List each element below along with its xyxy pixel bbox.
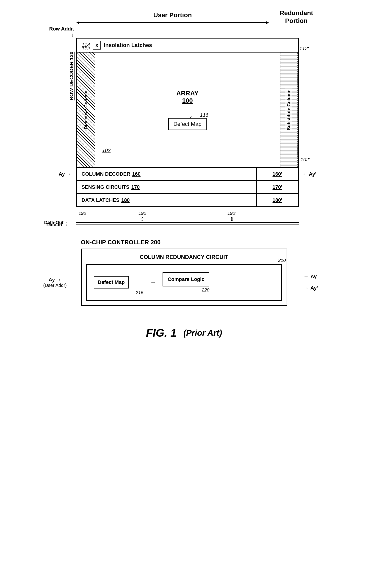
ay-out-arrow: →	[304, 274, 309, 280]
data-latches-row: DATA LATCHES 180	[77, 194, 256, 206]
defective-column: 112 Defective Column	[77, 53, 95, 167]
arrow-190prime: 190' ⇕	[228, 211, 236, 222]
ay-output-label: Ay	[311, 274, 317, 280]
data-latches-label: DATA LATCHES	[82, 197, 120, 203]
defect-map-curve-arrow: ↙	[189, 114, 192, 119]
array-number: 100	[182, 97, 193, 104]
defect-map-ref-216: 216	[136, 290, 143, 295]
user-addr-label: (User Addr)	[43, 283, 67, 288]
portions-header: User Portion Redundant Portion	[46, 9, 322, 25]
row-addr-row: Row Addr. ↓	[46, 26, 322, 38]
row-addr-arrow: ↓	[72, 32, 74, 38]
page-container: User Portion Redundant Portion Row Addr.…	[46, 9, 322, 339]
ay-input-row: Ay →	[49, 277, 61, 283]
left-labels: ROW DECODER 130 ↔	[46, 38, 76, 207]
main-block: ROW DECODER 130 ↔ 114 x Insolation Latch…	[46, 38, 322, 207]
output-section: → Ay → Ay'	[304, 274, 318, 291]
ay-prime-output-label: Ay'	[311, 285, 318, 291]
ref-192: 192	[79, 211, 86, 216]
column-decoder-label: COLUMN DECODER	[82, 171, 130, 177]
bottom-diagram: ON-CHIP CONTROLLER 200 COLUMN REDUNDANCY…	[46, 239, 322, 306]
data-in-line	[76, 224, 299, 225]
data-in-label: Data-In →	[46, 222, 68, 228]
defect-map-box: 116 ↙ Defect Map	[168, 118, 207, 130]
data-arrows-row: 192 190 ⇕ 190' ⇕	[76, 211, 299, 222]
ay-output-row: → Ay	[304, 274, 318, 280]
data-lines-content: 192 190 ⇕ 190' ⇕ Data-Ou	[76, 211, 299, 225]
col-112-ref: 112	[82, 46, 90, 52]
user-portion-label: User Portion	[153, 11, 192, 19]
substitute-column: 112' Substitute Column 102'	[280, 53, 298, 167]
sensing-circuits-label: SENSING CIRCUITS	[82, 184, 129, 190]
isolation-box-content: x	[95, 42, 98, 48]
controller-wrapper: ON-CHIP CONTROLLER 200 COLUMN REDUNDANCY…	[81, 239, 287, 306]
ay-prime-arrow-right: ← Ay'	[303, 171, 316, 177]
controller-outer: COLUMN REDUNDANCY CIRCUIT Ay → (User Add…	[81, 248, 287, 306]
defect-map-label: Defect Map	[173, 121, 202, 127]
array-title: ARRAY	[176, 90, 199, 97]
ay-user-addr-section: Ay → (User Addr)	[43, 277, 67, 288]
column-decoder-ref: 160	[132, 171, 140, 177]
ay-input-arrow: →	[56, 277, 61, 283]
ay-prime-out-arrow: →	[304, 285, 309, 291]
sensing-prime-row: 170'	[257, 181, 298, 194]
row-addr-label: Row Addr.	[49, 26, 74, 32]
defective-col-label: Defective Column	[83, 90, 89, 130]
row-decoder-label: ROW DECODER 130	[69, 52, 74, 101]
top-diagram: User Portion Redundant Portion Row Addr.…	[46, 9, 322, 225]
compare-logic-section: Compare Logic 220	[163, 272, 209, 293]
outer-box: 114 x Insolation Latches 112 Defective	[76, 38, 299, 207]
ay-arrow-left: Ay →	[59, 171, 71, 177]
redundant-portion-label: Redundant Portion	[271, 9, 322, 25]
right-spacer	[299, 38, 322, 207]
column-decoder-row: Ay → COLUMN DECODER 160	[77, 168, 256, 181]
data-out-row: Data-Out ←	[76, 222, 299, 223]
data-out-line	[76, 222, 299, 223]
col-decoder-prime-row: 160' ← Ay'	[257, 168, 298, 181]
down-arrow-190prime: ⇕	[230, 216, 234, 222]
down-arrow-190: ⇕	[140, 216, 145, 222]
data-in-arrow: →	[63, 222, 68, 228]
isolation-box: x	[93, 41, 101, 50]
isolation-text: Insolation Latches	[104, 42, 152, 48]
defect-map-small: Defect Map	[94, 276, 129, 288]
prior-art-label: (Prior Art)	[184, 328, 222, 338]
controller-title: ON-CHIP CONTROLLER 200	[81, 239, 287, 246]
col-112-prime-ref: 112'	[299, 46, 309, 52]
figure-label: FIG. 1 (Prior Art)	[146, 327, 222, 339]
substitute-col-label: Substitute Column	[285, 89, 292, 131]
user-portion-section: User Portion	[76, 11, 269, 25]
data-latches-prime-row: 180'	[257, 194, 298, 206]
sensing-circuits-ref: 170	[131, 184, 140, 190]
decoder-main: Ay → COLUMN DECODER 160 SENSING CIRCUITS…	[77, 168, 257, 206]
data-lines-area: 192 190 ⇕ 190' ⇕ Data-Ou	[46, 211, 322, 225]
col-decoder-prime-ref: 160'	[273, 171, 282, 177]
array-area: 112 Defective Column 102 ARRAY 100	[77, 53, 298, 167]
defect-map-small-label: Defect Map	[98, 279, 125, 285]
col-102-prime-ref: 102'	[301, 157, 310, 163]
sensing-prime-ref: 170'	[273, 184, 282, 190]
array-ref-102: 102	[102, 147, 111, 153]
ref-210: 210	[278, 258, 286, 263]
compare-logic-label: Compare Logic	[168, 276, 204, 282]
array-content: 102 ARRAY 100 116 ↙ Defect Map	[95, 53, 280, 167]
compare-logic-ref-220: 220	[202, 287, 209, 293]
sensing-circuits-row: SENSING CIRCUITS 170	[77, 181, 256, 194]
row-addr-spacer: Row Addr. ↓	[46, 26, 76, 38]
compare-logic-box: Compare Logic	[163, 272, 209, 286]
data-in-row: Data-In →	[76, 224, 299, 225]
data-latches-prime-ref: 180'	[273, 197, 282, 203]
ay-input-label: Ay	[49, 277, 55, 283]
user-portion-arrow	[76, 20, 269, 25]
bottom-decoders: Ay → COLUMN DECODER 160 SENSING CIRCUITS…	[77, 167, 298, 206]
arrow-190: 190 ⇕	[138, 211, 146, 222]
isolation-row: 114 x Insolation Latches	[77, 38, 298, 53]
defect-map-ref: 116	[200, 112, 208, 118]
ay-prime-output-row: → Ay'	[304, 285, 318, 291]
redundant-portion-section: Redundant Portion	[271, 9, 322, 25]
decoder-redundant: 160' ← Ay' 170' 180'	[257, 168, 298, 206]
data-latches-ref: 180	[121, 197, 130, 203]
redundancy-circuit-title: COLUMN REDUNDANCY CIRCUIT	[86, 254, 282, 260]
redundancy-inner: Ay → (User Addr) Defect Map 216 →	[86, 264, 282, 301]
fig-number: FIG. 1	[146, 327, 176, 339]
